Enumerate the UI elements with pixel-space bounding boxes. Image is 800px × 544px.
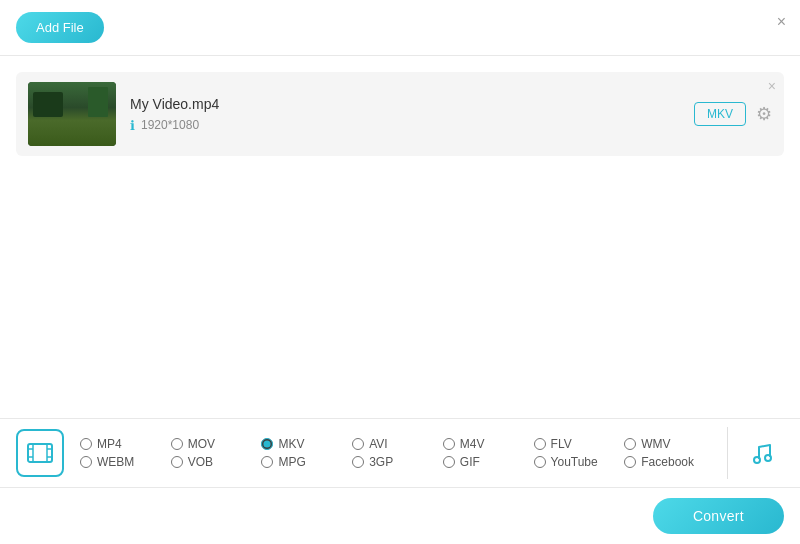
convert-button[interactable]: Convert — [653, 498, 784, 534]
convert-bar: Convert — [0, 488, 800, 544]
file-item: My Video.mp4 ℹ 1920*1080 MKV ⚙ × — [16, 72, 784, 156]
format-3gp[interactable]: 3GP — [352, 455, 443, 469]
format-m4v[interactable]: M4V — [443, 437, 534, 451]
file-info: My Video.mp4 ℹ 1920*1080 — [130, 96, 694, 133]
format-mov[interactable]: MOV — [171, 437, 262, 451]
format-mkv[interactable]: MKV — [261, 437, 352, 451]
format-youtube[interactable]: YouTube — [534, 455, 625, 469]
format-gif[interactable]: GIF — [443, 455, 534, 469]
video-format-icon[interactable] — [16, 429, 64, 477]
format-wmv[interactable]: WMV — [624, 437, 715, 451]
thumbnail-scene — [28, 82, 116, 146]
file-actions: MKV ⚙ — [694, 102, 772, 126]
audio-format-icon[interactable] — [740, 431, 784, 475]
file-resolution: 1920*1080 — [141, 118, 199, 132]
format-vob[interactable]: VOB — [171, 455, 262, 469]
main-content: My Video.mp4 ℹ 1920*1080 MKV ⚙ × — [0, 56, 800, 406]
format-mpg[interactable]: MPG — [261, 455, 352, 469]
file-close-button[interactable]: × — [768, 78, 776, 94]
settings-icon[interactable]: ⚙ — [756, 103, 772, 125]
format-webm[interactable]: WEBM — [80, 455, 171, 469]
file-name: My Video.mp4 — [130, 96, 694, 112]
format-badge[interactable]: MKV — [694, 102, 746, 126]
file-meta: ℹ 1920*1080 — [130, 118, 694, 133]
format-flv[interactable]: FLV — [534, 437, 625, 451]
info-icon: ℹ — [130, 118, 135, 133]
format-facebook[interactable]: Facebook — [624, 455, 715, 469]
svg-rect-0 — [28, 444, 52, 462]
format-bar: MP4 MOV MKV AVI M4V FLV WMV WEBM — [0, 419, 800, 488]
window-close-button[interactable]: × — [777, 14, 786, 30]
file-thumbnail — [28, 82, 116, 146]
film-icon — [26, 439, 54, 467]
svg-point-8 — [765, 455, 771, 461]
svg-point-7 — [754, 457, 760, 463]
bottom-bar: MP4 MOV MKV AVI M4V FLV WMV WEBM — [0, 418, 800, 544]
music-icon — [748, 439, 776, 467]
format-options: MP4 MOV MKV AVI M4V FLV WMV WEBM — [80, 437, 715, 469]
format-mp4[interactable]: MP4 — [80, 437, 171, 451]
header: Add File × — [0, 0, 800, 56]
add-file-button[interactable]: Add File — [16, 12, 104, 43]
format-divider — [727, 427, 728, 479]
format-avi[interactable]: AVI — [352, 437, 443, 451]
